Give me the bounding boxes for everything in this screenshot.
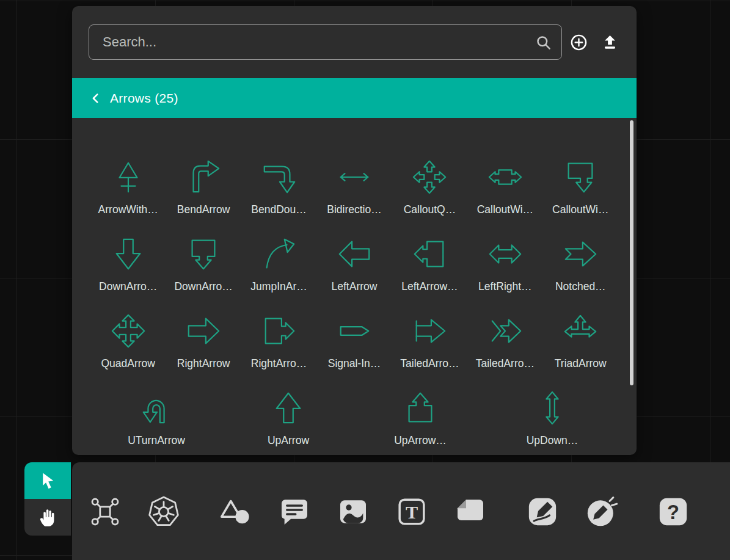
- left-right-arrow-icon: [486, 235, 524, 273]
- scrollbar-thumb[interactable]: [630, 120, 633, 385]
- upload-icon: [601, 34, 619, 51]
- shape-item-callout-left-right-arrow[interactable]: CalloutWi…: [467, 157, 542, 234]
- shape-grid: ArrowWith…BendArrowBendDou…Bidirectio…Ca…: [72, 118, 637, 455]
- shape-label: Notched…: [555, 280, 606, 293]
- search-input[interactable]: [101, 34, 535, 51]
- shape-label: Signal-In…: [328, 357, 381, 370]
- callout-down-arrow-icon: [561, 158, 599, 196]
- shape-label: TriadArrow: [555, 357, 607, 370]
- shape-row: ArrowWith…BendArrowBendDou…Bidirectio…Ca…: [90, 157, 618, 234]
- callout-left-right-arrow-icon: [486, 158, 524, 196]
- signal-in-icon: [335, 312, 373, 350]
- sticky-note-icon: [453, 495, 487, 529]
- shape-item-left-right-arrow[interactable]: LeftRight…: [467, 234, 542, 311]
- search-box: [89, 24, 562, 60]
- bidirectional-arrow-icon: [335, 158, 373, 196]
- arrow-with-tail-icon: [109, 158, 147, 196]
- shape-item-jump-in-arrow[interactable]: JumpInAr…: [241, 234, 316, 311]
- text-icon: T: [395, 495, 429, 529]
- toolbar-group: T: [219, 495, 487, 529]
- toolbar-button-kubernetes[interactable]: [147, 495, 181, 529]
- back-button[interactable]: [89, 92, 103, 105]
- image-icon: [336, 495, 370, 529]
- shape-label: BendDou…: [251, 203, 306, 216]
- category-title: Arrows (25): [110, 91, 178, 106]
- shape-label: TailedArro…: [476, 357, 535, 370]
- cursor-icon: [38, 471, 58, 491]
- chevron-left-icon: [89, 92, 103, 105]
- toolbar-button-help[interactable]: ?: [656, 495, 690, 529]
- shape-item-right-arrow-callout[interactable]: RightArro…: [241, 311, 316, 388]
- shape-picker-panel: Arrows (25) ArrowWith…BendArrowBendDou…B…: [72, 6, 637, 455]
- add-shape-button[interactable]: [564, 27, 593, 57]
- shape-row: DownArro…DownArro…JumpInAr…LeftArrowLeft…: [90, 234, 618, 311]
- hand-icon: [38, 507, 58, 528]
- shape-item-u-turn-arrow[interactable]: UTurnArrow: [90, 388, 222, 455]
- shape-label: DownArro…: [99, 280, 157, 293]
- left-arrow-callout-icon: [411, 235, 448, 273]
- shape-label: QuadArrow: [101, 357, 155, 370]
- upload-button[interactable]: [595, 27, 624, 57]
- down-arrow-callout-icon: [184, 235, 222, 273]
- shape-item-up-arrow[interactable]: UpArrow: [222, 388, 354, 455]
- up-down-arrow-icon: [533, 389, 571, 427]
- shape-item-callout-down-arrow[interactable]: CalloutWi…: [543, 157, 618, 234]
- tailed-arrow-2-icon: [486, 312, 524, 350]
- toolbar-button-image[interactable]: [336, 495, 370, 529]
- toolbar-button-flow-diagram[interactable]: [88, 495, 122, 529]
- shape-label: Bidirectio…: [327, 203, 381, 216]
- shape-item-notched-right-arrow[interactable]: Notched…: [543, 234, 618, 311]
- svg-text:?: ?: [667, 501, 679, 523]
- search-row: [72, 6, 637, 60]
- toolbar-button-draw[interactable]: [584, 495, 618, 529]
- shape-label: TailedArro…: [400, 357, 459, 370]
- comment-icon: [277, 495, 312, 529]
- shape-item-left-arrow[interactable]: LeftArrow: [316, 234, 392, 311]
- category-header: Arrows (25): [72, 78, 637, 118]
- shape-item-signal-in[interactable]: Signal-In…: [316, 311, 392, 388]
- toolbar-button-sticky-note[interactable]: [453, 495, 487, 529]
- shape-item-quad-arrow[interactable]: QuadArrow: [90, 311, 166, 388]
- shape-item-tailed-arrow[interactable]: TailedArro…: [392, 311, 467, 388]
- shape-item-up-down-arrow[interactable]: UpDown…: [486, 388, 618, 455]
- shape-label: CalloutWi…: [552, 203, 608, 216]
- triad-arrow-icon: [561, 312, 599, 350]
- shape-label: BendArrow: [177, 203, 230, 216]
- shape-label: LeftArrow…: [401, 280, 458, 293]
- draw-icon: [584, 495, 618, 529]
- shape-label: DownArro…: [174, 280, 232, 293]
- add-circle-icon: [570, 34, 588, 51]
- shape-label: ArrowWith…: [98, 203, 158, 216]
- toolbar-button-text[interactable]: T: [395, 495, 429, 529]
- bend-arrow-icon: [184, 158, 222, 196]
- flow-diagram-icon: [88, 495, 122, 529]
- shape-item-triad-arrow[interactable]: TriadArrow: [543, 311, 618, 388]
- shape-label: CalloutWi…: [477, 203, 533, 216]
- tool-selector: [24, 462, 71, 536]
- shape-item-down-arrow-callout[interactable]: DownArro…: [166, 234, 241, 311]
- shape-item-bend-double-arrow[interactable]: BendDou…: [241, 157, 316, 234]
- toolbar-button-shapes[interactable]: [219, 495, 253, 529]
- shape-item-tailed-arrow-2[interactable]: TailedArro…: [467, 311, 542, 388]
- down-arrow-icon: [109, 235, 147, 273]
- toolbar: T?: [72, 462, 730, 560]
- shape-item-bend-arrow[interactable]: BendArrow: [166, 157, 241, 234]
- toolbar-button-comment[interactable]: [277, 495, 312, 529]
- jump-in-arrow-icon: [260, 235, 298, 273]
- shape-item-right-arrow[interactable]: RightArrow: [166, 311, 241, 388]
- u-turn-arrow-icon: [137, 389, 175, 427]
- pen-icon: [525, 495, 560, 529]
- tool-pan-button[interactable]: [24, 499, 71, 536]
- shape-item-callout-quad-arrow[interactable]: CalloutQ…: [392, 157, 467, 234]
- toolbar-button-pen[interactable]: [525, 495, 560, 529]
- shape-item-down-arrow[interactable]: DownArro…: [90, 234, 166, 311]
- tool-select-button[interactable]: [24, 462, 71, 499]
- shape-item-left-arrow-callout[interactable]: LeftArrow…: [392, 234, 467, 311]
- tailed-arrow-icon: [411, 312, 448, 350]
- shape-item-up-arrow-callout[interactable]: UpArrow…: [354, 388, 486, 455]
- shape-label: CalloutQ…: [404, 203, 456, 216]
- shape-item-bidirectional-arrow[interactable]: Bidirectio…: [316, 157, 392, 234]
- toolbar-group: ?: [656, 495, 690, 529]
- shape-item-arrow-with-tail[interactable]: ArrowWith…: [90, 157, 166, 234]
- search-icon: [535, 34, 552, 51]
